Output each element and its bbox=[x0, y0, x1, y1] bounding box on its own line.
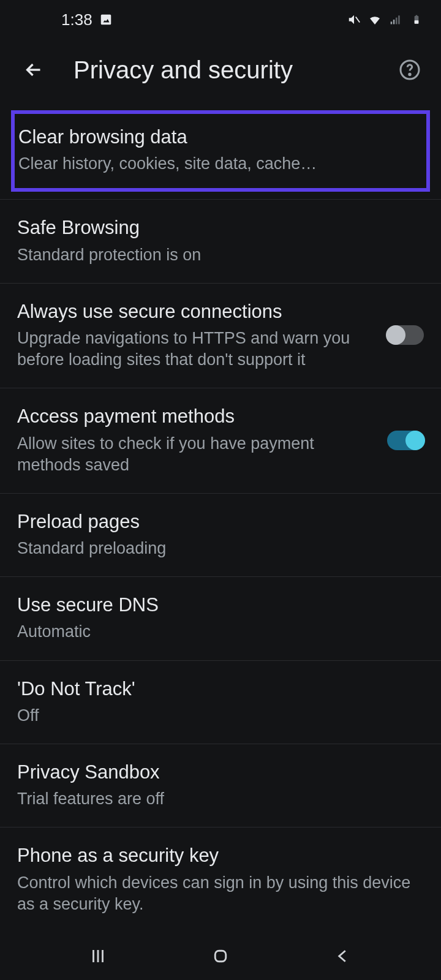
home-button[interactable] bbox=[202, 938, 239, 974]
preload-pages-item[interactable]: Preload pages Standard preloading bbox=[0, 494, 441, 577]
back-button[interactable] bbox=[18, 55, 49, 85]
item-text: Privacy Sandbox Trial features are off bbox=[17, 760, 424, 810]
clear-browsing-data-item[interactable]: Clear browsing data Clear history, cooki… bbox=[11, 110, 430, 192]
item-title: Use secure DNS bbox=[17, 593, 424, 617]
volume-mute-icon bbox=[347, 12, 361, 27]
status-bar: 1:38 bbox=[0, 0, 441, 39]
svg-rect-0 bbox=[100, 15, 111, 25]
access-payment-methods-toggle[interactable] bbox=[387, 431, 424, 450]
use-secure-dns-item[interactable]: Use secure DNS Automatic bbox=[0, 577, 441, 660]
phone-as-security-key-item[interactable]: Phone as a security key Control which de… bbox=[0, 827, 441, 932]
back-nav-button[interactable] bbox=[325, 938, 361, 974]
recents-button[interactable] bbox=[80, 938, 116, 974]
item-subtitle: Automatic bbox=[17, 621, 424, 643]
battery-icon bbox=[409, 12, 424, 27]
item-title: Privacy Sandbox bbox=[17, 760, 424, 785]
item-text: Phone as a security key Control which de… bbox=[17, 843, 424, 914]
system-nav-bar bbox=[0, 932, 441, 980]
item-subtitle: Allow sites to check if you have payment… bbox=[17, 433, 375, 476]
item-subtitle: Clear history, cookies, site data, cache… bbox=[18, 153, 423, 175]
safe-browsing-item[interactable]: Safe Browsing Standard protection is on bbox=[0, 200, 441, 283]
svg-line-1 bbox=[356, 17, 360, 22]
svg-rect-8 bbox=[416, 15, 418, 17]
status-bar-right bbox=[347, 12, 424, 27]
settings-list: Clear browsing data Clear history, cooki… bbox=[0, 100, 441, 933]
always-secure-connections-item[interactable]: Always use secure connections Upgrade na… bbox=[0, 284, 441, 388]
svg-rect-5 bbox=[398, 15, 400, 24]
item-subtitle: Trial features are off bbox=[17, 788, 424, 810]
item-text: Always use secure connections Upgrade na… bbox=[17, 300, 375, 371]
svg-rect-2 bbox=[391, 21, 393, 24]
help-button[interactable] bbox=[397, 57, 423, 83]
status-time: 1:38 bbox=[61, 10, 92, 29]
status-bar-left: 1:38 bbox=[61, 10, 113, 29]
item-text: Use secure DNS Automatic bbox=[17, 593, 424, 643]
item-subtitle: Standard protection is on bbox=[17, 244, 424, 266]
svg-rect-14 bbox=[215, 951, 226, 962]
toggle-thumb bbox=[405, 431, 425, 450]
item-text: Access payment methods Allow sites to ch… bbox=[17, 404, 375, 475]
item-title: Safe Browsing bbox=[17, 216, 424, 240]
item-subtitle: Off bbox=[17, 705, 424, 726]
item-title: Clear browsing data bbox=[18, 125, 423, 149]
svg-rect-4 bbox=[396, 18, 398, 24]
toggle-thumb bbox=[386, 325, 405, 345]
always-secure-connections-toggle[interactable] bbox=[387, 325, 424, 345]
item-subtitle: Control which devices can sign in by usi… bbox=[17, 872, 424, 915]
do-not-track-item[interactable]: 'Do Not Track' Off bbox=[0, 661, 441, 744]
access-payment-methods-item[interactable]: Access payment methods Allow sites to ch… bbox=[0, 388, 441, 493]
item-text: Preload pages Standard preloading bbox=[17, 510, 424, 559]
svg-rect-7 bbox=[415, 20, 419, 23]
signal-icon bbox=[388, 12, 403, 27]
image-icon bbox=[99, 12, 113, 27]
svg-point-10 bbox=[409, 74, 410, 75]
page-title: Privacy and security bbox=[74, 56, 397, 84]
item-text: Clear browsing data Clear history, cooki… bbox=[18, 125, 423, 175]
wifi-icon bbox=[368, 12, 382, 27]
item-title: 'Do Not Track' bbox=[17, 677, 424, 701]
svg-rect-3 bbox=[393, 20, 395, 24]
item-text: Safe Browsing Standard protection is on bbox=[17, 216, 424, 265]
item-subtitle: Standard preloading bbox=[17, 538, 424, 559]
item-title: Always use secure connections bbox=[17, 300, 375, 324]
item-text: 'Do Not Track' Off bbox=[17, 677, 424, 726]
item-subtitle: Upgrade navigations to HTTPS and warn yo… bbox=[17, 328, 375, 371]
app-bar: Privacy and security bbox=[0, 39, 441, 100]
privacy-sandbox-item[interactable]: Privacy Sandbox Trial features are off bbox=[0, 744, 441, 827]
item-title: Preload pages bbox=[17, 510, 424, 534]
item-title: Phone as a security key bbox=[17, 843, 424, 868]
item-title: Access payment methods bbox=[17, 404, 375, 429]
